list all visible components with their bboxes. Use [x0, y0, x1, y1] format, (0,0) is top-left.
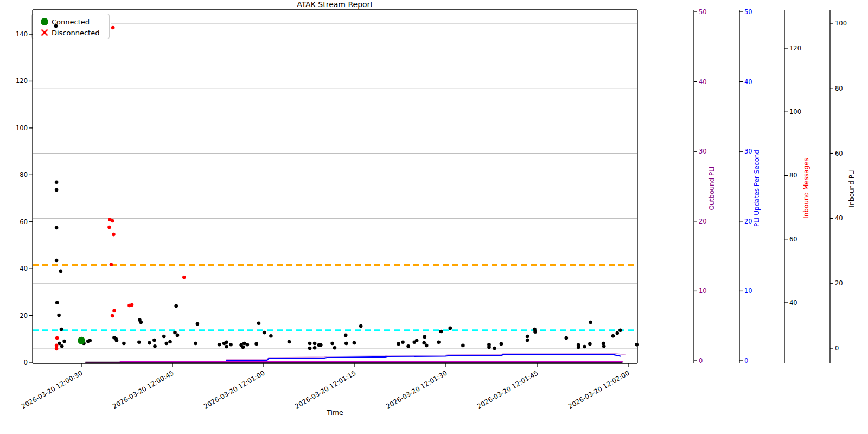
inbound-pli-points-point — [88, 339, 92, 343]
pli-updates-per-second-tick-label: 50 — [744, 8, 752, 16]
x-tick-label: 2026-03-20 12:00:30 — [20, 369, 84, 410]
inbound-pli-points-point — [196, 322, 200, 326]
inbound-pli-points-point — [406, 344, 410, 348]
inbound-pli-points-point — [54, 24, 58, 28]
inbound-pli-points-point — [344, 334, 348, 337]
inbound-pli-points-point — [577, 346, 580, 349]
inbound-pli-points-point — [359, 324, 363, 328]
outbound-pli-tick-label: 10 — [699, 287, 707, 295]
inbound-pli-points-point — [62, 340, 66, 343]
x-tick-label: 2026-03-20 12:01:30 — [385, 369, 448, 410]
inbound-pli-tick-label: 40 — [835, 214, 843, 222]
pli-updates-per-second-tick-label: 0 — [744, 357, 748, 365]
pli-updates-per-second-tick-label: 40 — [744, 78, 752, 86]
inbound-pli-points-point — [602, 344, 606, 348]
inbound-pli-points-point — [60, 328, 63, 331]
inbound-messages-tick-label: 100 — [789, 108, 801, 116]
inbound-pli-points-point — [308, 347, 312, 350]
inbound-pli-points-point — [423, 335, 427, 339]
inbound-pli-points-point — [308, 342, 312, 346]
x-tick-label: 2026-03-20 12:00:45 — [111, 369, 175, 410]
x-tick-label: 2026-03-20 12:01:00 — [202, 369, 266, 410]
inbound-pli-tick-label: 20 — [835, 279, 843, 287]
inbound-pli-points-point — [168, 340, 172, 344]
inbound-pli-points-point — [618, 329, 622, 333]
inbound-pli-points-point — [152, 339, 156, 342]
inbound-pli-points-point — [60, 344, 64, 348]
inbound-pli-points-point — [194, 342, 197, 346]
atak-stream-report-figure: ATAK Stream Report Connected Disconnecte… — [0, 0, 868, 434]
inbound-pli-points-point — [333, 346, 337, 350]
inbound-pli-points-point — [176, 334, 180, 337]
inbound-pli-points-point — [55, 301, 59, 305]
inbound-messages-tick-label: 60 — [789, 235, 797, 243]
inbound-pli-tick-label: 100 — [835, 20, 847, 27]
inbound-pli-points-point — [353, 341, 356, 345]
inbound-messages-points-point — [112, 309, 116, 313]
inbound-pli-points-point — [589, 321, 592, 324]
inbound-pli-points-point — [246, 343, 250, 347]
inbound-messages-points-point — [110, 263, 113, 267]
y-left-tick-label: 80 — [20, 171, 28, 178]
inbound-pli-points-point — [241, 346, 245, 349]
inbound-pli-points-point — [330, 342, 334, 346]
inbound-pli-points-point — [115, 339, 119, 343]
inbound-pli-tick-label: 80 — [835, 85, 843, 92]
inbound-pli-points-point — [269, 334, 273, 338]
inbound-pli-points-point — [59, 270, 63, 273]
inbound-pli-points-point — [313, 346, 317, 350]
inbound-pli-tick-label: 0 — [835, 344, 839, 352]
connected-marker-point — [78, 337, 85, 344]
inbound-pli-axis-label: Inbound PLI — [848, 169, 856, 207]
inbound-pli-points-point — [437, 341, 441, 344]
outbound-pli-tick-label: 40 — [699, 78, 707, 86]
x-tick-label: 2026-03-20 12:01:45 — [476, 369, 539, 410]
inbound-pli-points-point — [415, 339, 419, 343]
inbound-pli-points-point — [229, 343, 233, 347]
y-left-tick-label: 0 — [24, 359, 28, 366]
pli-updates-per-second-axis-label: PLI Updates Per Second — [753, 150, 761, 227]
inbound-messages-points-point — [112, 233, 116, 237]
outbound-pli-tick-label: 30 — [699, 148, 707, 155]
inbound-pli-points-point — [635, 343, 639, 347]
inbound-pli-points-point — [122, 342, 126, 346]
y-left-tick-label: 140 — [16, 30, 28, 38]
inbound-pli-points-point — [263, 331, 266, 335]
inbound-messages-points-point — [55, 344, 59, 348]
inbound-pli-points-point — [254, 342, 258, 346]
y-left-tick-label: 20 — [20, 312, 28, 320]
inbound-pli-points-point — [57, 314, 61, 317]
inbound-messages-tick-label: 80 — [789, 171, 797, 179]
inbound-pli-points-point — [401, 341, 405, 344]
inbound-pli-points-point — [588, 342, 592, 346]
inbound-pli-points-point — [165, 342, 169, 346]
inbound-messages-points-point — [107, 226, 111, 229]
inbound-messages-tick-label: 40 — [789, 299, 797, 307]
inbound-pli-points-point — [422, 341, 426, 345]
chart-canvas: 0204060801001201402026-03-20 12:00:30202… — [0, 0, 868, 434]
pli-updates-per-second-tick-label: 10 — [744, 287, 752, 295]
inbound-pli-points-point — [55, 226, 59, 230]
outbound-pli-tick-label: 50 — [699, 8, 707, 16]
y-left-tick-label: 60 — [20, 218, 28, 226]
inbound-pli-points-point — [461, 344, 465, 348]
inbound-pli-points-point — [162, 335, 166, 339]
inbound-pli-points-point — [137, 341, 141, 344]
inbound-pli-points-point — [225, 345, 228, 349]
inbound-pli-points-point — [55, 180, 59, 184]
inbound-pli-points-point — [174, 304, 178, 308]
inbound-pli-points-point — [487, 346, 491, 349]
inbound-pli-tick-label: 60 — [835, 150, 843, 157]
pli-updates-per-second-tick-label: 20 — [744, 218, 752, 225]
chart-title: ATAK Stream Report — [33, 0, 637, 9]
inbound-messages-points-point — [55, 347, 59, 351]
inbound-pli-points-point — [257, 322, 261, 326]
inbound-messages-points-point — [111, 314, 114, 318]
inbound-messages-points-point — [111, 26, 115, 30]
inbound-pli-points-point — [288, 340, 291, 344]
inbound-pli-points-point — [319, 343, 323, 347]
inbound-messages-points-point — [130, 303, 134, 307]
inbound-pli-points-point — [148, 341, 151, 345]
y-left-tick-label: 100 — [16, 124, 28, 132]
inbound-pli-points-point — [500, 342, 503, 346]
